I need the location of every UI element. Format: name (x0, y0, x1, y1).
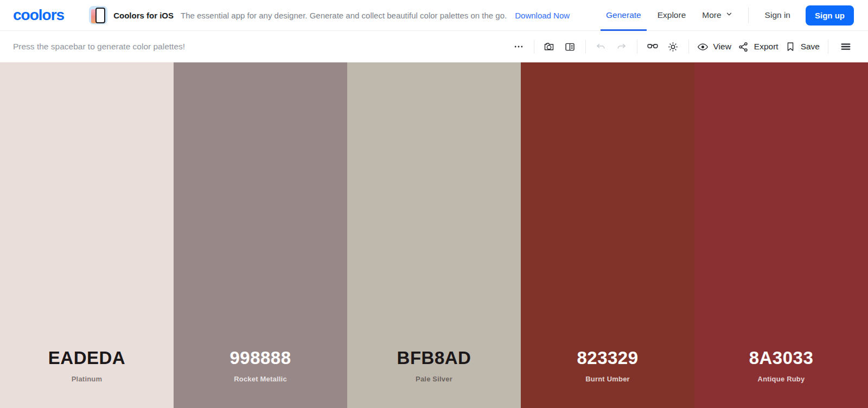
redo-icon (616, 41, 627, 53)
main-nav: Generate Explore More Sign in Sign up (590, 0, 854, 30)
hex-code[interactable]: 8A3033 (694, 349, 868, 367)
sign-in-link[interactable]: Sign in (765, 0, 790, 30)
ellipsis-icon (513, 41, 524, 52)
coolors-app: coolors Coolors for iOS The essential ap… (0, 0, 868, 408)
spacebar-hint: Press the spacebar to generate color pal… (13, 42, 185, 52)
luminance-button[interactable] (663, 36, 684, 58)
color-labels: 998888 Rocket Metallic (174, 349, 347, 383)
colorblind-simulator-button[interactable] (642, 36, 663, 58)
palette-column-4[interactable]: 823329 Burnt Umber (521, 62, 694, 408)
more-options-button[interactable] (508, 36, 529, 58)
toolbar-divider (637, 40, 637, 54)
collage-button[interactable] (560, 36, 580, 58)
glasses-icon (647, 41, 659, 53)
palette-column-3[interactable]: BFB8AD Pale Silver (347, 62, 521, 408)
color-name[interactable]: Platinum (0, 375, 174, 383)
sign-up-button[interactable]: Sign up (806, 5, 854, 25)
hex-code[interactable]: 823329 (521, 349, 694, 367)
eye-icon (697, 41, 709, 53)
nav-more[interactable]: More (702, 0, 732, 30)
color-name[interactable]: Burnt Umber (521, 375, 694, 383)
banner-tagline: The essential app for any designer. Gene… (181, 11, 507, 20)
toolbar-divider (534, 40, 534, 54)
color-name[interactable]: Rocket Metallic (174, 375, 347, 383)
chevron-down-icon (725, 10, 733, 20)
save-label: Save (801, 42, 820, 52)
coolors-ios-app-icon[interactable] (89, 6, 107, 24)
palette: EADEDA Platinum 998888 Rocket Metallic B… (0, 62, 868, 408)
undo-icon (595, 41, 607, 53)
color-labels: EADEDA Platinum (0, 349, 174, 383)
hex-code[interactable]: BFB8AD (347, 349, 521, 367)
coolors-logo[interactable]: coolors (13, 7, 64, 24)
camera-icon (544, 41, 555, 53)
generator-toolbar: Press the spacebar to generate color pal… (0, 31, 868, 62)
toolbar-divider (688, 40, 689, 54)
menu-button[interactable] (835, 36, 856, 58)
color-name[interactable]: Pale Silver (347, 375, 521, 383)
ios-app-banner: Coolors for iOS The essential app for an… (89, 6, 570, 24)
collage-icon (564, 41, 576, 53)
download-now-link[interactable]: Download Now (515, 11, 570, 20)
color-labels: 823329 Burnt Umber (521, 349, 694, 383)
hex-code[interactable]: EADEDA (0, 349, 174, 367)
toolbar-divider (585, 40, 586, 54)
toolbar-divider (828, 40, 828, 54)
share-icon (738, 41, 749, 53)
nav-generate[interactable]: Generate (606, 0, 641, 30)
palette-column-2[interactable]: 998888 Rocket Metallic (174, 62, 347, 408)
export-button[interactable]: Export (735, 36, 782, 58)
color-labels: 8A3033 Antique Ruby (694, 349, 868, 383)
toolbar-actions: View Export Save (508, 36, 856, 58)
banner-app-name: Coolors for iOS (113, 11, 174, 20)
palette-column-1[interactable]: EADEDA Platinum (0, 62, 174, 408)
palette-column-5[interactable]: 8A3033 Antique Ruby (694, 62, 868, 408)
save-button[interactable]: Save (782, 36, 823, 58)
color-labels: BFB8AD Pale Silver (347, 349, 521, 383)
export-label: Export (754, 42, 778, 52)
sun-icon (667, 41, 679, 53)
color-name[interactable]: Antique Ruby (694, 375, 868, 383)
view-label: View (713, 42, 731, 52)
hex-code[interactable]: 998888 (174, 349, 347, 367)
undo-button[interactable] (591, 36, 611, 58)
screenshot-button[interactable] (539, 36, 560, 58)
view-button[interactable]: View (694, 36, 735, 58)
phone-front-decoration (95, 8, 105, 23)
menu-icon (840, 41, 852, 53)
nav-more-label: More (702, 10, 721, 20)
bookmark-icon (785, 41, 796, 52)
nav-explore[interactable]: Explore (658, 0, 686, 30)
redo-button[interactable] (611, 36, 632, 58)
site-header: coolors Coolors for iOS The essential ap… (0, 0, 868, 31)
nav-divider (748, 7, 749, 23)
